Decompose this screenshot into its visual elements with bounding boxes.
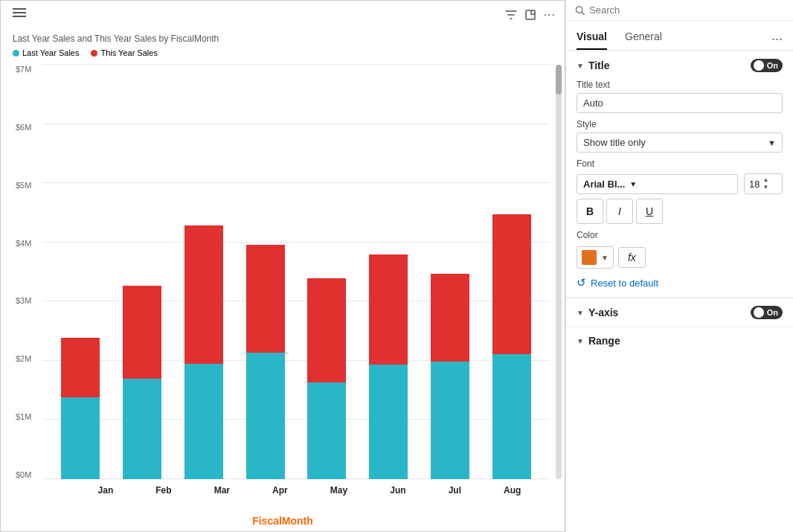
bar-group-may [307,278,346,479]
bar-group-jun [369,254,408,479]
bar-cyan-feb [123,379,161,479]
legend-dot-red [91,50,97,57]
filter-icon[interactable] [505,9,517,21]
y-axis-section[interactable]: ▼ Y-axis On [566,298,793,327]
legend-label-this-year: This Year Sales [100,48,157,57]
scroll-indicator[interactable] [556,65,562,479]
y-label-1: $1M [16,412,42,421]
tab-visual[interactable]: Visual [577,31,607,50]
y-label-6: $6M [16,123,42,132]
bar-stack-aug [492,214,531,479]
bar-group-apr [246,245,285,479]
fx-button[interactable]: fx [618,247,646,268]
x-label-jun: Jun [390,485,405,496]
expand-icon[interactable] [524,9,536,21]
color-picker-button[interactable]: ▼ [577,246,614,269]
range-label: Range [588,335,620,347]
x-label-apr: Apr [272,485,288,496]
font-size-value: 18 [749,179,760,190]
bar-cyan-jul [431,362,469,479]
y-axis-label: Y-axis [588,307,618,318]
font-size-spinners[interactable]: ▲ ▼ [762,177,768,190]
y-label-2: $2M [16,354,42,363]
chart-title: Last Year Sales and This Year Sales by F… [13,33,219,44]
color-row: ▼ fx [577,246,783,269]
font-size-down-icon[interactable]: ▼ [762,185,768,190]
title-label: Title [588,60,610,71]
y-label-0: $0M [16,470,42,479]
bar-group-mar [184,225,223,479]
x-label-aug: Aug [504,485,521,496]
reset-label: Reset to default [591,278,658,289]
bar-cyan-apr [246,353,285,479]
title-text-label: Title text [577,80,783,90]
font-name-chevron-icon: ▼ [629,180,637,188]
chart-legend: Last Year Sales This Year Sales [13,48,158,57]
x-label-may: May [330,485,347,496]
range-section[interactable]: ▼ Range [566,327,793,354]
font-row: Arial Bl... ▼ 18 ▲ ▼ [577,173,783,194]
font-name-value: Arial Bl... [583,179,625,190]
bar-stack-jul [431,274,469,479]
x-label-feb: Feb [155,485,171,496]
search-input[interactable] [589,4,784,16]
y-label-5: $5M [16,181,42,190]
tab-bar: Visual General ... [566,21,793,51]
bar-red-mar [184,225,223,364]
bar-cyan-mar [184,364,223,479]
bar-stack-may [307,278,346,479]
bar-stack-apr [246,245,285,479]
bar-stack-jan [61,338,100,479]
chart-panel: ··· Last Year Sales and This Year Sales … [0,0,565,532]
y-axis-toggle[interactable]: On [751,306,783,319]
hamburger-icon[interactable] [13,8,26,17]
style-dropdown[interactable]: Show title only ▼ [577,132,783,153]
bar-red-feb [123,286,161,379]
bar-red-jul [431,274,469,362]
search-icon [575,5,585,16]
font-size-box: 18 ▲ ▼ [744,173,783,194]
chart-area: $0M $1M $2M $3M $4M $5M $6M $7M [16,65,550,479]
font-name-dropdown[interactable]: Arial Bl... ▼ [577,174,738,194]
bar-group-aug [492,214,531,479]
chart-top-bar-left [13,8,26,17]
tab-more-button[interactable]: ... [771,28,783,50]
y-axis-labels: $0M $1M $2M $3M $4M $5M $6M $7M [16,65,42,479]
font-label: Font [577,158,783,169]
title-toggle-label: On [767,61,778,70]
chart-more-icon[interactable]: ··· [544,8,556,22]
title-section-header: ▼ Title On [577,59,783,72]
svg-rect-0 [526,10,535,19]
bold-button[interactable]: B [577,199,603,224]
font-size-up-icon[interactable]: ▲ [762,177,768,183]
legend-this-year: This Year Sales [91,48,157,57]
chart-x-axis-title: FiscalMonth [1,515,565,527]
y-label-7: $7M [16,65,42,74]
reset-row[interactable]: ↺ Reset to default [577,276,783,289]
title-chevron-icon: ▼ [577,62,584,70]
legend-dot-cyan [13,50,19,57]
title-text-input[interactable] [577,93,783,113]
style-label: Style [577,119,783,129]
underline-button[interactable]: U [636,199,663,224]
x-label-mar: Mar [214,485,230,496]
title-section-title: ▼ Title [577,60,609,71]
x-axis-labels: Jan Feb Mar Apr May Jun Jul Aug [69,485,550,496]
color-swatch [582,250,597,265]
tab-general[interactable]: General [625,31,662,50]
bar-red-may [307,278,346,382]
title-toggle[interactable]: On [751,59,783,72]
range-chevron-icon: ▼ [577,337,584,345]
range-title: ▼ Range [577,335,620,347]
italic-button[interactable]: I [606,199,633,224]
title-toggle-knob [754,60,764,71]
x-label-jan: Jan [98,485,114,496]
scroll-thumb [556,65,562,94]
bar-cyan-aug [492,354,531,479]
chart-inner: Jan Feb Mar Apr May Jun Jul Aug [42,65,550,479]
bar-group-jul [431,274,469,479]
right-panel: Visual General ... ▼ Title On Title text… [565,0,793,532]
bar-red-apr [246,245,285,353]
chart-top-bar [1,8,565,11]
y-axis-toggle-label: On [767,308,778,317]
